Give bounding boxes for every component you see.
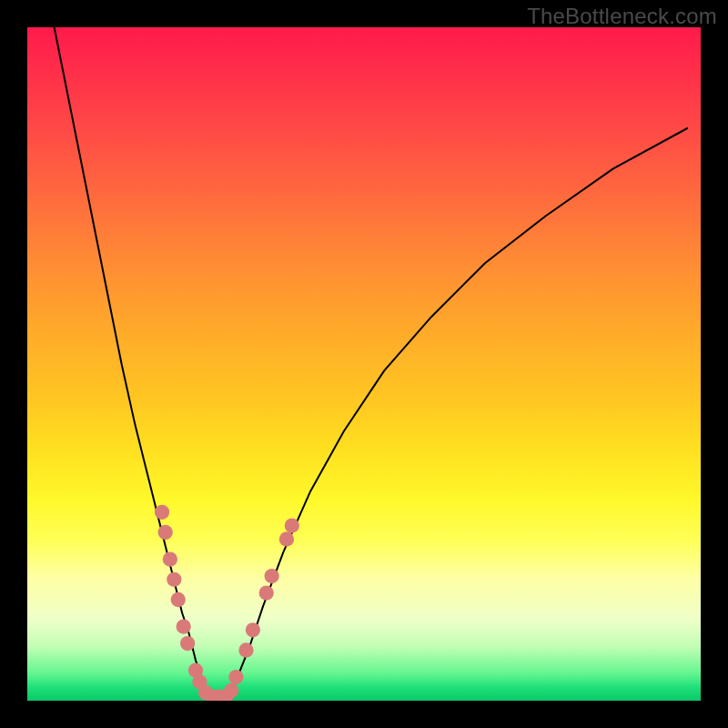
sample-point-marker bbox=[224, 683, 238, 698]
marker-layer bbox=[155, 505, 299, 701]
sample-point-marker bbox=[155, 505, 169, 520]
sample-point-marker bbox=[246, 622, 260, 637]
sample-point-marker bbox=[259, 585, 274, 600]
chart-svg bbox=[27, 27, 701, 701]
sample-point-marker bbox=[264, 569, 278, 583]
sample-point-marker bbox=[163, 551, 177, 566]
sample-point-marker bbox=[279, 531, 294, 546]
sample-point-marker bbox=[285, 518, 299, 532]
sample-point-marker bbox=[167, 572, 181, 587]
plot-area bbox=[27, 27, 701, 701]
sample-point-marker bbox=[180, 636, 195, 651]
watermark-text: TheBottleneck.com bbox=[527, 4, 717, 29]
bottleneck-curve bbox=[55, 27, 688, 697]
sample-point-marker bbox=[158, 525, 173, 540]
sample-point-marker bbox=[171, 592, 186, 607]
sample-point-marker bbox=[238, 642, 253, 657]
sample-point-marker bbox=[228, 670, 243, 684]
curve-layer bbox=[55, 27, 688, 697]
chart-frame: TheBottleneck.com bbox=[0, 0, 728, 728]
sample-point-marker bbox=[177, 619, 191, 633]
